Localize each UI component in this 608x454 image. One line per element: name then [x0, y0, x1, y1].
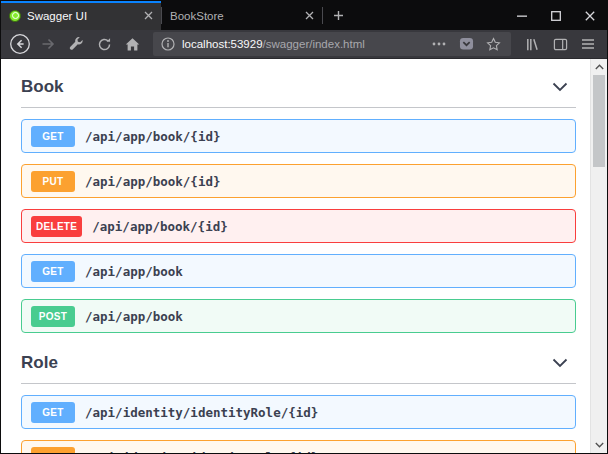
endpoint-row[interactable]: DELETE/api/app/book/{id}: [21, 209, 576, 243]
url-bar[interactable]: localhost:53929/swagger/index.html: [153, 32, 511, 56]
method-badge[interactable]: DELETE: [31, 216, 82, 237]
endpoint-path: /api/app/book: [85, 309, 183, 324]
endpoint-path: /api/app/book/{id}: [92, 219, 227, 234]
endpoint-row[interactable]: GET/api/app/book/{id}: [21, 119, 576, 153]
back-icon: [9, 33, 31, 55]
url-host: localhost:53929: [182, 38, 263, 50]
swagger-page: BookGET/api/app/book/{id}PUT/api/app/boo…: [1, 59, 590, 453]
method-badge[interactable]: GET: [31, 402, 75, 423]
forward-icon: [40, 36, 56, 52]
endpoint-row[interactable]: GET/api/app/book: [21, 254, 576, 288]
url-text[interactable]: localhost:53929/swagger/index.html: [182, 38, 422, 50]
swagger-favicon-icon: [9, 10, 21, 22]
section-title: Book: [21, 77, 64, 97]
endpoint-row[interactable]: PUT/api/app/book/{id}: [21, 164, 576, 198]
endpoint-path: /api/app/book/{id}: [85, 174, 220, 189]
chevron-down-icon[interactable]: [552, 82, 568, 92]
endpoint-list: GET/api/identity/identityRole/{id}PUT/ap…: [21, 384, 576, 453]
home-icon: [125, 37, 140, 52]
new-tab-button[interactable]: [323, 1, 353, 30]
endpoint-row[interactable]: GET/api/identity/identityRole/{id}: [21, 395, 576, 429]
scrollbar-track[interactable]: [591, 75, 607, 437]
pocket-icon: [459, 37, 474, 51]
api-sections: BookGET/api/app/book/{id}PUT/api/app/boo…: [21, 71, 576, 453]
tab-title: Swagger UI: [27, 10, 138, 22]
hamburger-menu-icon: [581, 38, 595, 50]
method-badge[interactable]: PUT: [31, 171, 75, 192]
method-badge[interactable]: POST: [31, 306, 75, 327]
menu-button[interactable]: [575, 31, 601, 57]
api-section: RoleGET/api/identity/identityRole/{id}PU…: [21, 347, 576, 453]
window-controls: [505, 1, 607, 30]
scroll-down-button[interactable]: [591, 437, 607, 453]
sidebar-icon: [553, 37, 568, 52]
api-section: BookGET/api/app/book/{id}PUT/api/app/boo…: [21, 71, 576, 333]
tab-close-icon[interactable]: [305, 11, 314, 20]
refresh-icon: [97, 37, 112, 52]
plus-icon: [333, 10, 344, 21]
section-title: Role: [21, 353, 58, 373]
method-badge[interactable]: GET: [31, 126, 75, 147]
tab-close-icon[interactable]: [144, 11, 153, 20]
endpoint-row[interactable]: POST/api/app/book: [21, 299, 576, 333]
reload-button[interactable]: [91, 31, 117, 57]
minimize-button[interactable]: [505, 1, 539, 30]
browser-window: Swagger UI BookStore: [0, 0, 608, 454]
section-header[interactable]: Role: [21, 347, 576, 384]
scroll-up-button[interactable]: [591, 59, 607, 75]
scrollbar-thumb[interactable]: [593, 75, 605, 167]
close-window-button[interactable]: [573, 1, 607, 30]
library-icon: [525, 37, 540, 52]
titlebar: Swagger UI BookStore: [1, 1, 607, 30]
ellipsis-icon: [432, 42, 446, 46]
vertical-scrollbar[interactable]: [590, 59, 607, 453]
endpoint-path: /api/app/book/{id}: [85, 129, 220, 144]
minimize-icon: [517, 11, 527, 21]
forward-button[interactable]: [35, 31, 61, 57]
tab-title: BookStore: [170, 10, 299, 22]
navigation-toolbar: localhost:53929/swagger/index.html: [1, 30, 607, 59]
scroll-down-icon: [595, 442, 604, 448]
star-icon: [486, 37, 501, 52]
pocket-button[interactable]: [456, 31, 476, 57]
wrench-icon: [69, 37, 84, 52]
close-icon: [585, 11, 595, 21]
sidebar-button[interactable]: [547, 31, 573, 57]
endpoint-path: /api/identity/identityRole/{id}: [85, 450, 318, 454]
home-button[interactable]: [119, 31, 145, 57]
library-button[interactable]: [519, 31, 545, 57]
endpoint-path: /api/app/book: [85, 264, 183, 279]
method-badge[interactable]: GET: [31, 261, 75, 282]
maximize-icon: [551, 11, 561, 21]
section-header[interactable]: Book: [21, 71, 576, 108]
tab-bookstore[interactable]: BookStore: [162, 1, 322, 30]
url-path: /swagger/index.html: [263, 38, 365, 50]
page-viewport: BookGET/api/app/book/{id}PUT/api/app/boo…: [1, 59, 607, 453]
maximize-button[interactable]: [539, 1, 573, 30]
info-icon[interactable]: [161, 37, 175, 51]
wrench-button[interactable]: [63, 31, 89, 57]
tab-swagger-ui[interactable]: Swagger UI: [1, 1, 161, 30]
endpoint-path: /api/identity/identityRole/{id}: [85, 405, 318, 420]
bookmark-button[interactable]: [483, 31, 503, 57]
endpoint-list: GET/api/app/book/{id}PUT/api/app/book/{i…: [21, 108, 576, 333]
scroll-up-icon: [595, 64, 604, 70]
endpoint-row[interactable]: PUT/api/identity/identityRole/{id}: [21, 440, 576, 453]
back-button[interactable]: [7, 31, 33, 57]
method-badge[interactable]: PUT: [31, 447, 75, 454]
chevron-down-icon[interactable]: [552, 358, 568, 368]
page-actions-button[interactable]: [429, 31, 449, 57]
